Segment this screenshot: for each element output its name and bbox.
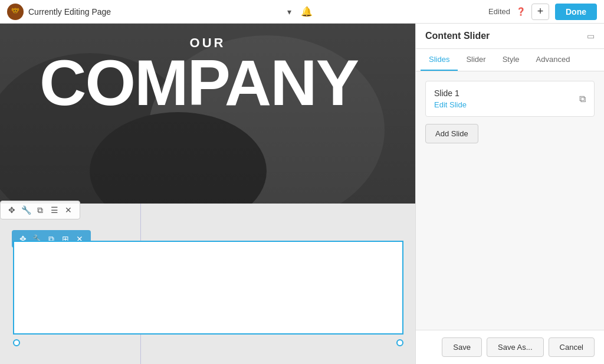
copy-icon[interactable]: ⧉ — [34, 204, 47, 217]
tab-slides[interactable]: Slides — [421, 49, 458, 71]
topbar-right: Edited ❓ + Done — [488, 4, 597, 20]
slide-card-left: Slide 1 Edit Slide — [434, 88, 467, 109]
notification-bell-button[interactable]: 🔔 — [301, 6, 313, 17]
slide-1-card: Slide 1 Edit Slide ⧉ — [425, 81, 595, 117]
hero-image: OUR COMPANY — [0, 24, 415, 204]
save-button[interactable]: Save — [442, 337, 482, 357]
topbar-left: Currently Editing Page — [7, 4, 111, 20]
resize-handle-left[interactable] — [13, 339, 20, 346]
save-as-button[interactable]: Save As... — [487, 337, 544, 357]
edited-status: Edited — [488, 7, 510, 16]
content-slider-panel: Content Slider ▭ Slides Slider Style Adv… — [415, 24, 604, 364]
topbar: Currently Editing Page ▾ 🔔 Edited ❓ + Do… — [0, 0, 604, 24]
help-icon[interactable]: ❓ — [516, 7, 526, 16]
selected-element-box[interactable] — [13, 241, 403, 335]
move-icon[interactable]: ✥ — [5, 204, 18, 217]
panel-footer: Save Save As... Cancel — [416, 330, 604, 364]
element-toolbar-1: ✥ 🔧 ⧉ ☰ ✕ — [0, 201, 80, 219]
slide-1-label: Slide 1 — [434, 88, 467, 98]
chevron-down-button[interactable]: ▾ — [287, 7, 291, 17]
panel-header: Content Slider ▭ — [416, 24, 604, 49]
topbar-center: ▾ 🔔 — [287, 6, 313, 17]
logo — [7, 4, 24, 20]
tab-advanced[interactable]: Advanced — [528, 49, 579, 71]
hero-company-text: COMPANY — [0, 50, 415, 115]
currently-editing-label: Currently Editing Page — [28, 7, 111, 17]
svg-point-3 — [14, 10, 15, 11]
svg-point-2 — [17, 8, 19, 11]
tab-style[interactable]: Style — [494, 49, 528, 71]
list-icon[interactable]: ☰ — [48, 204, 61, 217]
close-icon[interactable]: ✕ — [62, 204, 75, 217]
wrench-icon[interactable]: 🔧 — [19, 204, 32, 217]
svg-point-1 — [12, 8, 14, 11]
edit-slide-link[interactable]: Edit Slide — [434, 100, 467, 109]
add-button[interactable]: + — [531, 4, 549, 20]
panel-content: Slide 1 Edit Slide ⧉ Add Slide — [416, 71, 604, 330]
panel-title: Content Slider — [425, 31, 490, 41]
minimize-panel-button[interactable]: ▭ — [587, 31, 595, 41]
main-area: OUR COMPANY ✥ 🔧 ⧉ ☰ ✕ ✥ 🔧 ⧉ ⊞ ✕ Content … — [0, 24, 604, 364]
tab-slider[interactable]: Slider — [458, 49, 494, 71]
add-slide-button[interactable]: Add Slide — [425, 124, 478, 143]
svg-point-4 — [16, 10, 17, 11]
done-button[interactable]: Done — [555, 4, 597, 20]
canvas-area: OUR COMPANY ✥ 🔧 ⧉ ☰ ✕ ✥ 🔧 ⧉ ⊞ ✕ — [0, 24, 415, 364]
panel-tabs: Slides Slider Style Advanced — [416, 49, 604, 71]
slide-copy-icon[interactable]: ⧉ — [579, 94, 586, 104]
cancel-button[interactable]: Cancel — [549, 337, 595, 357]
resize-handle-right[interactable] — [396, 339, 403, 346]
